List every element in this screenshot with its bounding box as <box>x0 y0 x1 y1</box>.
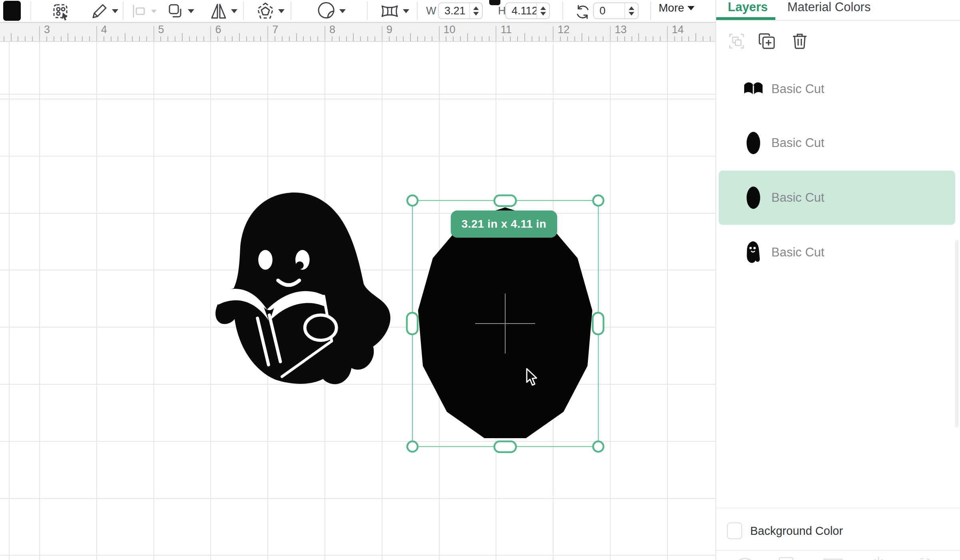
layer-label: Basic Cut <box>771 191 825 205</box>
width-input[interactable] <box>439 5 469 17</box>
more-menu-button[interactable]: More <box>659 2 695 14</box>
resize-handle-left[interactable] <box>407 313 418 334</box>
bottom-toolbar-cropped[interactable] <box>716 555 960 560</box>
flip-tool-button[interactable] <box>209 2 237 20</box>
sticker-tool-button[interactable] <box>317 2 346 20</box>
layers-panel: Layers Material Colors Basi <box>715 0 960 560</box>
height-stepper[interactable] <box>536 3 549 18</box>
height-field-label: H <box>498 5 506 17</box>
duplicate-icon <box>758 32 776 50</box>
height-input[interactable] <box>506 5 536 17</box>
ruler-number: 14 <box>672 24 684 36</box>
edit-tool-button[interactable] <box>90 2 118 20</box>
height-input-group <box>505 2 550 19</box>
design-canvas[interactable]: 3.21 in x 4.11 in <box>0 42 715 560</box>
layer-row-ghost[interactable]: Basic Cut <box>719 225 955 280</box>
tab-material-colors[interactable]: Material Colors <box>787 0 870 14</box>
offset-tool-button[interactable] <box>256 2 285 20</box>
distort-tool-button[interactable] <box>380 2 409 20</box>
chevron-down-icon <box>231 9 237 13</box>
rotate-button[interactable] <box>575 3 591 21</box>
align-icon <box>130 2 148 20</box>
top-toolbar: W H More <box>0 0 715 22</box>
distort-warp-icon <box>380 2 400 20</box>
chevron-down-icon <box>188 9 194 13</box>
ruler-number: 8 <box>329 24 335 36</box>
ruler-number: 12 <box>558 24 570 36</box>
layer-thumbnail-oval <box>743 131 764 155</box>
chevron-down-icon <box>403 9 409 13</box>
duplicate-button[interactable] <box>758 32 776 50</box>
size-badge: 3.21 in x 4.11 in <box>451 210 557 238</box>
color-swatch-button[interactable] <box>3 1 21 21</box>
resize-handle-right[interactable] <box>593 313 603 334</box>
more-label: More <box>659 2 684 14</box>
rotation-input[interactable] <box>594 5 624 17</box>
ruler-number: 3 <box>44 24 50 36</box>
rotation-input-group <box>593 2 639 19</box>
chevron-down-icon <box>687 6 695 10</box>
ruler-number: 7 <box>272 24 278 36</box>
width-input-group <box>438 2 483 19</box>
resize-handle-top-left[interactable] <box>407 195 418 206</box>
offset-icon <box>256 2 275 21</box>
width-field-label: W <box>426 5 436 17</box>
resize-handle-bottom-right[interactable] <box>593 441 603 452</box>
chevron-down-icon <box>339 9 346 13</box>
group-icon <box>727 32 746 50</box>
selection-overlay <box>0 42 715 560</box>
ruler-number: 11 <box>500 24 512 36</box>
background-color-checkbox[interactable] <box>727 522 742 539</box>
layer-label: Basic Cut <box>771 136 825 150</box>
layer-row-book[interactable]: Basic Cut <box>719 62 955 116</box>
resize-handle-bottom[interactable] <box>494 441 516 452</box>
marquee-select-icon <box>51 2 70 21</box>
chevron-down-icon <box>151 10 157 13</box>
layer-thumbnail-ghost <box>743 240 764 264</box>
background-color-row[interactable]: Background Color <box>727 522 843 539</box>
ruler-number: 10 <box>444 24 456 36</box>
sticker-peel-icon <box>317 2 336 21</box>
group-button-disabled[interactable] <box>727 32 746 50</box>
flip-mirror-icon <box>209 2 228 20</box>
rotation-stepper[interactable] <box>624 3 638 18</box>
chevron-down-icon <box>112 9 118 13</box>
layer-label: Basic Cut <box>771 245 825 260</box>
align-tool-button-disabled[interactable] <box>130 2 157 20</box>
ruler-number: 4 <box>101 24 107 36</box>
pencil-icon <box>90 2 109 20</box>
delete-layer-button[interactable] <box>791 32 809 50</box>
arrange-tool-button[interactable] <box>166 2 194 20</box>
layer-label: Basic Cut <box>771 82 825 96</box>
select-tool-button[interactable] <box>51 2 70 20</box>
horizontal-ruler: 34567891011121314 <box>0 22 715 42</box>
width-stepper[interactable] <box>469 3 482 18</box>
rotate-icon <box>575 4 591 20</box>
ruler-number: 5 <box>158 24 164 36</box>
tab-layers[interactable]: Layers <box>728 0 768 14</box>
resize-handle-top-right[interactable] <box>593 195 603 206</box>
trash-icon <box>791 32 809 50</box>
background-color-label: Background Color <box>750 524 843 538</box>
resize-handle-top[interactable] <box>494 195 516 206</box>
layer-row-oval-1[interactable]: Basic Cut <box>719 116 955 170</box>
resize-handle-bottom-left[interactable] <box>407 441 418 452</box>
layer-thumbnail-open-book <box>743 80 764 98</box>
arrange-layers-icon <box>166 2 185 20</box>
ruler-number: 6 <box>215 24 221 36</box>
layer-thumbnail-oval <box>743 186 764 210</box>
ruler-number: 13 <box>615 24 627 36</box>
chevron-down-icon <box>278 9 285 13</box>
ruler-number: 9 <box>386 24 392 36</box>
layer-row-oval-2-selected[interactable]: Basic Cut <box>719 171 955 225</box>
scrollbar[interactable] <box>955 240 959 427</box>
